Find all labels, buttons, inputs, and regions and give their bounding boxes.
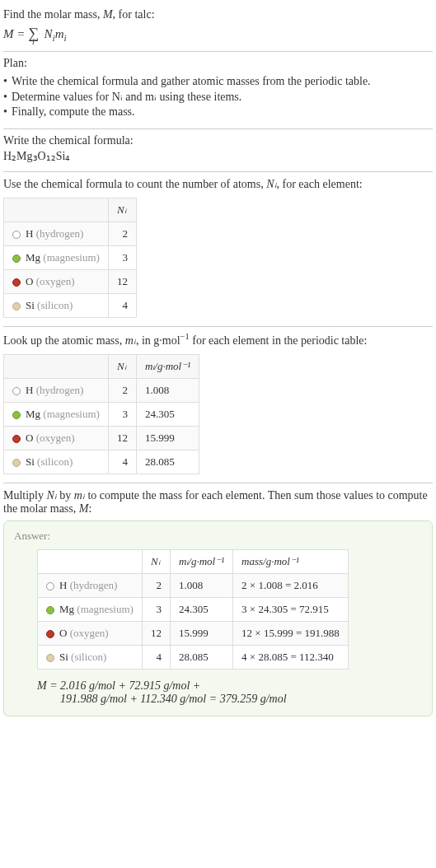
formula-lhs: M = (3, 27, 28, 40)
n-value: 12 (108, 426, 136, 450)
molar-mass-sum: M = 2.016 g/mol + 72.915 g/mol + 191.988… (37, 679, 422, 706)
plan-item: •Write the chemical formula and gather a… (3, 75, 433, 88)
plan-section: Plan: •Write the chemical formula and ga… (3, 52, 433, 129)
element-swatch-icon (12, 411, 21, 419)
element-cell: Mg (magnesium) (38, 597, 143, 621)
element-name: (silicon) (71, 651, 106, 663)
atomic-mass-table: Nᵢ mᵢ/g·mol⁻¹ H (hydrogen) 2 1.008 Mg (m… (3, 354, 199, 474)
table-row: Mg (magnesium) 3 (4, 246, 137, 270)
table-row: O (oxygen) 12 15.999 (4, 426, 199, 450)
element-cell: O (oxygen) (4, 426, 109, 450)
n-value: 4 (108, 450, 136, 474)
element-cell: Si (silicon) (4, 450, 109, 474)
element-symbol: Si (26, 455, 35, 468)
element-cell: H (hydrogen) (4, 378, 109, 402)
element-swatch-icon (12, 231, 21, 239)
element-cell: Si (silicon) (38, 645, 143, 669)
sigma-sub: i (32, 37, 35, 46)
m-value: 24.305 (136, 402, 199, 426)
element-swatch-icon (46, 630, 54, 638)
col-m: mᵢ/g·mol⁻¹ (136, 354, 199, 378)
n-value: 3 (108, 246, 136, 270)
plan-item-text: Determine values for Nᵢ and mᵢ using the… (12, 91, 241, 103)
mult-var3: M (79, 502, 89, 515)
intro-line: Find the molar mass, M, for talc: (3, 8, 433, 21)
element-name: (hydrogen) (36, 384, 84, 396)
chem-title: Write the chemical formula: (3, 134, 433, 147)
bullet-icon: • (3, 75, 12, 88)
table-row: H (hydrogen) 2 (4, 222, 137, 246)
n-value: 2 (108, 222, 136, 246)
table-row: Mg (magnesium) 3 24.305 3 × 24.305 = 72.… (38, 597, 349, 621)
col-element (4, 198, 109, 222)
table-row: O (oxygen) 12 15.999 12 × 15.999 = 191.9… (38, 621, 349, 645)
element-symbol: H (26, 384, 33, 396)
element-name: (hydrogen) (70, 579, 118, 591)
formula-N: N (45, 27, 53, 40)
formula-m-sub: i (64, 33, 67, 43)
element-swatch-icon (12, 302, 21, 310)
m-value: 24.305 (170, 597, 232, 621)
element-name: (magnesium) (43, 408, 100, 420)
mult-var2: mᵢ (74, 489, 85, 502)
atom-count-section: Use the chemical formula to count the nu… (3, 172, 433, 327)
count-var: Nᵢ (266, 178, 276, 190)
element-name: (silicon) (37, 299, 73, 311)
element-swatch-icon (12, 254, 21, 263)
col-element (4, 354, 109, 378)
element-swatch-icon (12, 278, 21, 287)
mass-var: mᵢ (125, 334, 136, 347)
n-value: 3 (108, 402, 136, 426)
m-value: 1.008 (170, 573, 232, 597)
element-swatch-icon (46, 582, 54, 590)
formula-m: m (55, 27, 64, 40)
element-symbol: Si (59, 651, 68, 663)
plan-item-text: Finally, compute the mass. (12, 105, 135, 118)
plan-item: •Finally, compute the mass. (3, 105, 433, 119)
table-row: H (hydrogen) 2 1.008 (4, 378, 199, 402)
n-value: 4 (142, 645, 170, 669)
element-cell: Mg (magnesium) (4, 246, 109, 270)
sum-line2: 191.988 g/mol + 112.340 g/mol = 379.259 … (37, 693, 422, 706)
table-header-row: Nᵢ mᵢ/g·mol⁻¹ mass/g·mol⁻¹ (38, 549, 349, 573)
answer-section: Multiply Nᵢ by mᵢ to compute the mass fo… (3, 483, 433, 725)
sum-line1: M = 2.016 g/mol + 72.915 g/mol + (37, 679, 200, 692)
n-value: 3 (142, 597, 170, 621)
plan-list: •Write the chemical formula and gather a… (3, 75, 433, 119)
col-N: Nᵢ (108, 354, 136, 378)
atom-count-table: Nᵢ H (hydrogen) 2 Mg (magnesium) 3 O (ox… (3, 198, 137, 318)
col-N: Nᵢ (108, 198, 136, 222)
atomic-mass-intro: Look up the atomic mass, mᵢ, in g·mol−1 … (3, 332, 433, 348)
element-cell: H (hydrogen) (38, 573, 143, 597)
table-row: Mg (magnesium) 3 24.305 (4, 402, 199, 426)
element-symbol: O (26, 432, 33, 444)
answer-label: Answer: (14, 530, 422, 543)
mass-value: 4 × 28.085 = 112.340 (233, 645, 349, 669)
element-name: (silicon) (37, 455, 73, 468)
element-symbol: O (26, 275, 33, 287)
answer-table: Nᵢ mᵢ/g·mol⁻¹ mass/g·mol⁻¹ H (hydrogen) … (37, 549, 349, 670)
element-swatch-icon (12, 435, 21, 443)
count-post: , for each element: (277, 178, 363, 190)
answer-box: Answer: Nᵢ mᵢ/g·mol⁻¹ mass/g·mol⁻¹ H (hy… (3, 520, 433, 716)
plan-item-text: Write the chemical formula and gather at… (12, 75, 371, 87)
plan-title: Plan: (3, 57, 433, 70)
element-cell: O (oxygen) (38, 621, 143, 645)
mass-exp: −1 (180, 332, 190, 341)
element-symbol: H (26, 227, 33, 240)
mass-value: 3 × 24.305 = 72.915 (233, 597, 349, 621)
table-row: Si (silicon) 4 28.085 4 × 28.085 = 112.3… (38, 645, 349, 669)
mult-post: : (88, 502, 91, 515)
mult-mid1: by (57, 489, 74, 502)
col-mass: mass/g·mol⁻¹ (233, 549, 349, 573)
element-swatch-icon (46, 606, 54, 614)
element-cell: Si (silicon) (4, 294, 109, 318)
n-value: 12 (142, 621, 170, 645)
element-name: (hydrogen) (36, 227, 84, 240)
bullet-icon: • (3, 105, 12, 119)
count-pre: Use the chemical formula to count the nu… (3, 178, 266, 190)
intro-post: , for talc: (113, 8, 155, 21)
element-name: (magnesium) (77, 603, 134, 615)
n-value: 12 (108, 270, 136, 294)
m-value: 15.999 (170, 621, 232, 645)
